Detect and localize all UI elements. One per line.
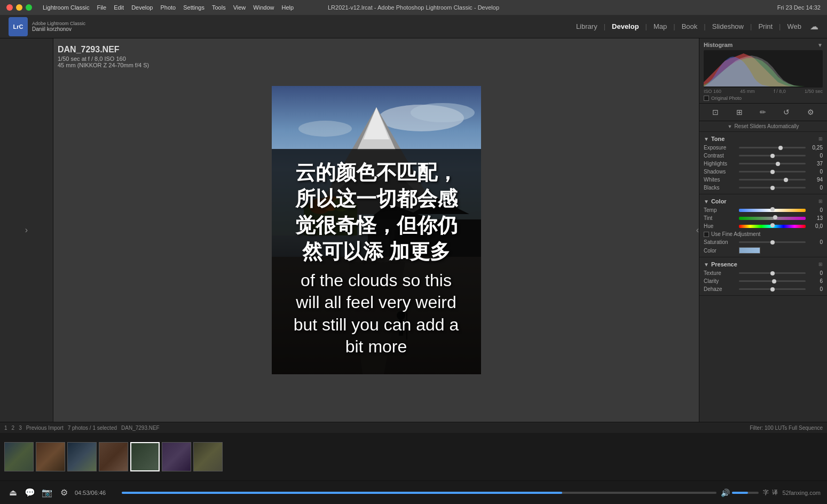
nav-print[interactable]: Print	[754, 20, 777, 33]
menu-window[interactable]: Window	[253, 4, 274, 11]
fine-adj-row: Use Fine Adjustment	[699, 230, 827, 238]
tool-crop[interactable]: ⊡	[709, 107, 722, 117]
temp-track[interactable]	[739, 209, 806, 212]
menu-view[interactable]: View	[233, 4, 246, 11]
highlights-thumb[interactable]	[776, 162, 780, 166]
vc-btn-translate[interactable]: 译	[772, 489, 778, 497]
texture-track[interactable]	[739, 272, 806, 274]
shadows-label: Shadows	[704, 169, 737, 175]
filmstrip-thumb-7[interactable]	[193, 442, 223, 471]
filmstrip-nav-1[interactable]: 1	[4, 425, 7, 431]
left-panel-collapse[interactable]: ›	[25, 225, 28, 235]
mac-menu: Lightroom Classic File Edit Develop Phot…	[43, 4, 294, 11]
saturation-label: Saturation	[704, 239, 737, 245]
presence-title: Presence	[711, 261, 737, 267]
filmstrip-thumb-6[interactable]	[162, 442, 191, 471]
volume-fill	[732, 492, 748, 494]
tint-track[interactable]	[739, 217, 806, 220]
filmstrip-thumb-2[interactable]	[36, 442, 65, 471]
filmstrip-nav-2[interactable]: 2	[12, 425, 15, 431]
nav-web[interactable]: Web	[783, 20, 806, 33]
menu-help[interactable]: Help	[281, 4, 294, 11]
shadows-value: 0	[808, 169, 823, 175]
left-panel: ›	[0, 38, 53, 422]
color-section: ▼ Color ⊞ Temp 0 Tint	[699, 194, 827, 257]
whites-track[interactable]	[739, 179, 806, 180]
nav-library[interactable]: Library	[572, 20, 602, 33]
menu-edit[interactable]: Edit	[114, 4, 124, 11]
vc-btn-subtitle[interactable]: 字	[763, 489, 769, 497]
menu-lightroom[interactable]: Lightroom Classic	[43, 4, 89, 11]
cloud-icon[interactable]: ☁	[810, 21, 818, 32]
menu-tools[interactable]: Tools	[212, 4, 226, 11]
filmstrip-thumb-4[interactable]	[99, 442, 128, 471]
filmstrip-thumb-5[interactable]	[130, 442, 160, 471]
highlights-track[interactable]	[739, 163, 806, 164]
contrast-thumb[interactable]	[770, 154, 775, 158]
filmstrip-nav-3[interactable]: 3	[19, 425, 22, 431]
color-swatch[interactable]	[739, 247, 760, 254]
presence-header[interactable]: ▼ Presence ⊞	[699, 259, 827, 269]
reset-sliders-label[interactable]: Reset Sliders Automatically	[734, 123, 799, 129]
volume-icon[interactable]: 🔊	[721, 489, 730, 497]
contrast-track[interactable]	[739, 155, 806, 156]
tool-brush[interactable]: ✏	[757, 107, 769, 117]
clarity-thumb[interactable]	[772, 279, 776, 284]
hue-track[interactable]	[739, 225, 806, 228]
hue-thumb[interactable]	[770, 223, 775, 227]
filmstrip-thumb-3[interactable]	[67, 442, 97, 471]
filmstrip-previous[interactable]: Previous Import	[26, 425, 64, 431]
close-button[interactable]	[6, 4, 13, 11]
hist-shutter: 1/50 sec	[805, 89, 823, 94]
shadows-thumb[interactable]	[770, 170, 775, 174]
tool-settings[interactable]: ⚙	[804, 107, 817, 117]
exposure-thumb[interactable]	[778, 146, 783, 150]
fine-adj-checkbox[interactable]	[704, 232, 709, 237]
filmstrip-thumb-1[interactable]	[4, 442, 34, 471]
tone-header[interactable]: ▼ Tone ⊞	[699, 134, 827, 144]
filmstrip-filter: Filter: 100 LUTs Full Sequence	[750, 425, 823, 431]
shadows-track[interactable]	[739, 171, 806, 172]
menu-settings[interactable]: Settings	[183, 4, 204, 11]
maximize-button[interactable]	[26, 4, 32, 11]
saturation-thumb[interactable]	[770, 240, 775, 245]
clarity-track[interactable]	[739, 280, 806, 282]
dehaze-thumb[interactable]	[770, 287, 775, 292]
menu-develop[interactable]: Develop	[131, 4, 153, 11]
nav-book[interactable]: Book	[678, 20, 702, 33]
filmstrip: 1 2 3 Previous Import 7 photos / 1 selec…	[0, 422, 827, 481]
original-photo-checkbox[interactable]	[704, 96, 709, 101]
histogram-collapse[interactable]: ▼	[817, 42, 823, 48]
color-header[interactable]: ▼ Color ⊞	[699, 196, 827, 206]
presence-section: ▼ Presence ⊞ Texture 0 Clarity	[699, 257, 827, 296]
right-panel-collapse[interactable]: ‹	[696, 225, 699, 235]
nav-develop[interactable]: Develop	[608, 20, 643, 33]
exposure-track[interactable]	[739, 147, 806, 148]
tone-title: Tone	[711, 136, 724, 142]
whites-row: Whites 94	[699, 176, 827, 184]
minimize-button[interactable]	[16, 4, 22, 11]
blacks-track[interactable]	[739, 187, 806, 188]
vc-screenshot[interactable]: 📷	[41, 486, 53, 499]
tool-history[interactable]: ↺	[780, 107, 793, 117]
tint-thumb[interactable]	[773, 215, 777, 219]
saturation-track[interactable]	[739, 241, 806, 243]
blacks-thumb[interactable]	[770, 186, 775, 190]
whites-thumb[interactable]	[784, 178, 788, 182]
photo-canvas: 云的颜色不匹配，所以这一切都会感觉很奇怪，但你仍然可以添 加更多 of the …	[272, 86, 481, 374]
menu-file[interactable]: File	[97, 4, 106, 11]
texture-thumb[interactable]	[770, 271, 775, 275]
nav-slideshow[interactable]: Slideshow	[708, 20, 748, 33]
vc-subtitle-toggle[interactable]: 💬	[23, 486, 36, 499]
nav-map[interactable]: Map	[649, 20, 671, 33]
menu-photo[interactable]: Photo	[160, 4, 176, 11]
tool-heal[interactable]: ⊞	[733, 107, 746, 117]
fine-adj-label: Use Fine Adjustment	[711, 231, 760, 237]
vc-to-start[interactable]: ⏏	[6, 486, 19, 499]
hist-iso: ISO 160	[704, 89, 721, 94]
dehaze-track[interactable]	[739, 288, 806, 290]
temp-thumb[interactable]	[770, 207, 775, 211]
volume-bar[interactable]	[732, 492, 759, 494]
vc-setting[interactable]: ⚙	[58, 486, 70, 499]
progress-bar[interactable]	[122, 492, 716, 494]
